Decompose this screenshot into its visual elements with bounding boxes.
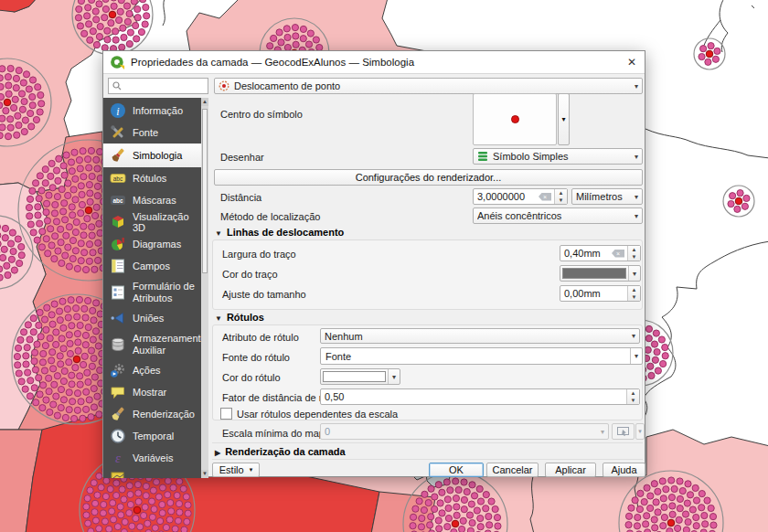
chevron-down-icon: ▾ (250, 466, 253, 473)
scroll-thumb[interactable] (202, 109, 208, 273)
chevron-down-icon[interactable]: ▾ (630, 348, 642, 364)
sidebar-item-unioes[interactable]: Uniões (103, 307, 201, 329)
sidebar-item-acoes[interactable]: Ações (103, 359, 201, 381)
metodo-label: Método de localização (220, 211, 320, 222)
spinner-arrows[interactable]: ▲▼ (627, 246, 640, 261)
sidebar-item-campos[interactable]: Campos (103, 255, 201, 277)
cor-rotulo-swatch (323, 371, 386, 382)
spin-up-icon[interactable]: ▲ (628, 286, 640, 293)
metodo-combo[interactable]: Anéis concêntricos ▾ (473, 207, 643, 224)
display-bubble-icon (109, 384, 126, 401)
cor-traco-swatch (562, 268, 626, 279)
labels-abc-icon: abc (109, 170, 126, 187)
spin-down-icon[interactable]: ▼ (627, 397, 639, 404)
spinner-arrows[interactable]: ▲▼ (626, 389, 639, 404)
section-rotulos-header[interactable]: ▼Rótulos (215, 312, 264, 323)
temporal-clock-icon (109, 428, 126, 445)
search-input[interactable] (124, 80, 201, 91)
spin-down-icon[interactable]: ▼ (555, 197, 567, 204)
renderer-combo[interactable]: Deslocamento de ponto ▾ (214, 78, 643, 94)
fields-table-icon (109, 258, 126, 275)
svg-text:ε: ε (115, 451, 121, 465)
scale-options-dropdown-button[interactable]: ▾ (635, 423, 645, 440)
clear-value-icon[interactable]: × (539, 193, 551, 201)
spin-down-icon[interactable]: ▼ (628, 293, 640, 301)
separator (212, 459, 643, 460)
map-cursor-icon (617, 427, 629, 437)
desenhar-combo[interactable]: Símbolo Simples ▾ (473, 148, 643, 165)
atributo-label: Atributo de rótulo (222, 332, 299, 343)
sidebar-item-temporal[interactable]: Temporal (103, 425, 201, 447)
sidebar-item-rotulos[interactable]: abc Rótulos (103, 167, 201, 189)
spin-up-icon[interactable]: ▲ (555, 189, 567, 197)
largura-label: Largura do traço (222, 249, 296, 260)
sidebar-item-visualizacao-3d[interactable]: Visualização 3D (103, 211, 201, 233)
escala-minima-label: Escala mínima do mapa (222, 428, 330, 439)
sidebar-item-renderizacao[interactable]: Renderização (103, 403, 201, 425)
chevron-down-icon[interactable]: ▾ (388, 369, 400, 384)
svg-text:abc: abc (112, 176, 123, 182)
search-icon (112, 81, 122, 90)
largura-spinbox[interactable]: 0,40mm × ▲▼ (560, 245, 641, 261)
symbol-preview[interactable] (473, 93, 557, 145)
expand-triangle-icon: ▶ (215, 449, 220, 457)
fator-spinbox[interactable]: 0,50 ▲▼ (320, 388, 640, 405)
chevron-down-icon: ▾ (561, 115, 565, 123)
sidebar-item-partial[interactable] (103, 469, 201, 478)
sidebar: i Informação Fonte Simbologia abc Rótulo… (103, 98, 208, 478)
spinner-arrows[interactable]: ▲▼ (627, 286, 640, 301)
info-icon: i (109, 102, 126, 120)
diagrams-pie-icon (109, 236, 126, 253)
cor-rotulo-button[interactable]: ▾ (320, 368, 400, 385)
ajuste-spinbox[interactable]: 0,00mm ▲▼ (560, 285, 641, 302)
search-box[interactable] (108, 78, 208, 94)
set-to-map-scale-button[interactable] (612, 423, 635, 440)
distancia-spinbox[interactable]: 3,0000000 × ▲▼ (473, 188, 568, 205)
view-3d-cube-icon (109, 214, 126, 231)
usar-rotulos-label: Usar rótulos dependentes da escala (237, 409, 398, 420)
sidebar-item-diagramas[interactable]: Diagramas (103, 233, 201, 255)
spin-down-icon[interactable]: ▼ (628, 253, 640, 261)
sidebar-item-mascaras[interactable]: abc Máscaras (103, 189, 201, 211)
spin-up-icon[interactable]: ▲ (627, 389, 639, 397)
renderer-settings-button[interactable]: Configurações do renderizador... (214, 169, 643, 186)
cancelar-button[interactable]: Cancelar (486, 463, 539, 477)
sidebar-item-simbologia[interactable]: Simbologia (103, 144, 201, 167)
aplicar-button[interactable]: Aplicar (545, 463, 596, 477)
scroll-down-icon[interactable]: ▼ (201, 470, 208, 478)
actions-gear-icon (109, 362, 126, 379)
spinner-arrows[interactable]: ▲▼ (554, 189, 567, 204)
sidebar-item-armazenamento-auxiliar[interactable]: Armazenamento Auxiliar (103, 329, 201, 359)
centro-do-simbolo-label: Centro do símbolo (220, 109, 303, 120)
scroll-up-icon[interactable]: ▲ (201, 98, 208, 106)
chevron-down-icon[interactable]: ▾ (628, 266, 640, 281)
atributo-combo[interactable]: Nenhum ▾ (320, 328, 640, 344)
usar-rotulos-checkbox[interactable] (220, 408, 232, 420)
collapse-triangle-icon: ▼ (215, 229, 222, 238)
chevron-down-icon: ▾ (635, 212, 638, 220)
sidebar-item-informacao[interactable]: i Informação (103, 100, 201, 122)
clear-value-icon[interactable]: × (612, 250, 624, 258)
collapse-triangle-icon: ▼ (215, 314, 222, 323)
sidebar-scrollbar[interactable]: ▲ ▼ (201, 98, 208, 478)
sidebar-item-fonte[interactable]: Fonte (103, 122, 201, 144)
spin-up-icon[interactable]: ▲ (628, 246, 640, 253)
escala-minima-combo[interactable]: 0 ▾ (320, 423, 609, 440)
section-renderizacao-header[interactable]: ▶Renderização da camada (215, 446, 346, 457)
auxiliary-storage-icon (109, 335, 126, 353)
symbol-red-dot (511, 115, 519, 123)
dialog-titlebar[interactable]: Propriedades da camada — GeocodExAlunos … (103, 51, 645, 74)
sidebar-item-formulario-de-atributos[interactable]: Formulário de Atributos (103, 277, 201, 307)
ok-button[interactable]: OK (429, 463, 484, 477)
chevron-down-icon: ▾ (635, 82, 638, 90)
estilo-button[interactable]: Estilo▾ (212, 463, 260, 477)
distancia-unit-combo[interactable]: Milímetros ▾ (571, 188, 643, 205)
close-icon[interactable]: ✕ (627, 56, 636, 69)
sidebar-item-mostrar[interactable]: Mostrar (103, 381, 201, 403)
section-linhas-header[interactable]: ▼Linhas de deslocamento (215, 227, 344, 238)
cor-traco-button[interactable]: ▾ (560, 265, 641, 282)
ajuda-button[interactable]: Ajuda (603, 463, 645, 477)
fonte-rotulo-button[interactable]: Fonte ▾ (320, 347, 643, 365)
sidebar-item-variaveis[interactable]: ε Variáveis (103, 447, 201, 469)
symbol-preview-dropdown-button[interactable]: ▾ (558, 93, 570, 145)
